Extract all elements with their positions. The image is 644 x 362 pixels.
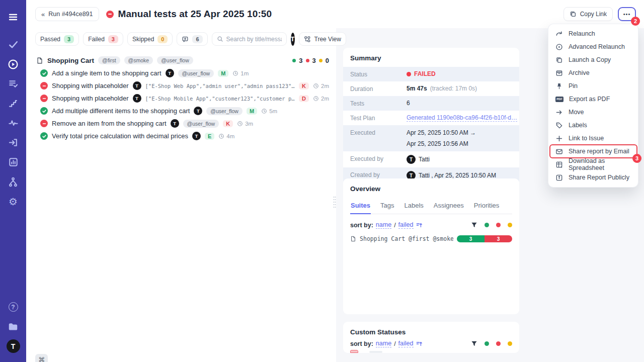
tests-check-icon[interactable] (3, 35, 23, 54)
suite-tag[interactable]: @smoke (124, 56, 153, 64)
filter-funnel-icon[interactable] (471, 222, 477, 228)
test-data-snippet: ["E-Shop Mobile App","customer123","cust… (145, 96, 295, 102)
suite-header[interactable]: Shopping Cart @first @smoke @user_flow 3… (26, 54, 336, 67)
annotation-step-2: 2 (631, 17, 640, 26)
toggle-skipped-dot[interactable] (508, 223, 512, 227)
key-badge: K (299, 82, 309, 89)
tag-pill[interactable]: @user_flow (206, 107, 243, 115)
toggle-passed-dot[interactable] (485, 223, 489, 227)
failed-icon (40, 95, 48, 102)
pane-resize-handle[interactable] (332, 195, 337, 209)
projects-folder-icon[interactable] (3, 317, 23, 336)
test-plans-icon[interactable] (3, 74, 23, 94)
help-icon[interactable]: ? (3, 297, 23, 317)
sort-by-name-link[interactable]: name (376, 340, 391, 347)
test-title: Add a single item to the shopping cart (52, 69, 162, 77)
sort-direction-icon[interactable] (416, 341, 422, 347)
toggle-skipped-dot[interactable] (508, 341, 512, 346)
duration: 3m (237, 121, 253, 127)
tab-priorities[interactable]: Priorities (473, 199, 500, 214)
user-avatar[interactable]: T (3, 336, 23, 356)
assignee-avatar: T (133, 81, 141, 90)
toggle-failed-dot[interactable] (496, 341, 501, 346)
test-title: Remove an item from the shopping cart (52, 120, 167, 127)
toggle-failed-dot[interactable] (496, 223, 501, 227)
menu-item-export-as-pdf[interactable]: PDF Export as PDF (548, 93, 638, 106)
status-badge: FAILED (407, 70, 436, 77)
settings-gear-icon[interactable]: ⚙ (3, 192, 23, 211)
hamburger-menu-icon[interactable] (3, 7, 23, 27)
summary-row-executed: Executed Apr 25, 2025 10:50 AM →Apr 25, … (343, 125, 519, 151)
toggle-passed-dot[interactable] (485, 341, 489, 346)
comment-plus-icon (182, 36, 189, 43)
runs-play-icon[interactable] (3, 54, 23, 74)
tag-pill[interactable]: @user_flow (183, 120, 219, 128)
import-icon[interactable] (3, 133, 23, 152)
sort-direction-icon[interactable] (416, 222, 422, 228)
menu-item-share-report-by-email[interactable]: Share report by Email 3 (548, 145, 638, 158)
link-issue-icon (555, 135, 563, 142)
suite-tag[interactable]: @user_flow (157, 56, 193, 64)
test-row[interactable]: Shopping with placeholder T ["E-Shop Mob… (26, 92, 336, 105)
menu-item-share-report-publicly[interactable]: Share Report Publicly (548, 171, 638, 184)
test-title: Shopping with placeholder (52, 82, 129, 89)
reports-chart-icon[interactable] (3, 152, 23, 172)
clock-icon (232, 70, 238, 76)
sort-by-failed-link[interactable]: failed (398, 340, 414, 347)
filter-comments[interactable]: 6 (177, 32, 207, 46)
tab-assignees[interactable]: Assignees (433, 199, 464, 214)
failed-icon (40, 82, 48, 89)
clock-icon (218, 133, 224, 139)
passed-segment: 3 (457, 235, 485, 242)
steps-icon[interactable] (3, 94, 23, 113)
test-data-snippet: ["E-Shop Web App","admin_user","admin_pa… (145, 83, 295, 89)
tag-pill[interactable]: @user_flow (178, 69, 214, 77)
suite-tag[interactable]: @first (98, 56, 120, 64)
analytics-pulse-icon[interactable] (3, 113, 23, 133)
menu-item-launch-a-copy[interactable]: Launch a Copy (548, 53, 638, 66)
tree-view-label: Tree View (314, 36, 341, 43)
assignee-avatar: T (133, 94, 141, 103)
back-label: Run #494ce891 (48, 11, 93, 18)
keyboard-shortcut-button[interactable]: ⌘ (35, 354, 48, 362)
tab-labels[interactable]: Labels (404, 199, 424, 214)
test-row[interactable]: Add a single item to the shopping cart T… (26, 67, 336, 79)
menu-item-labels[interactable]: Labels (548, 119, 638, 132)
results-bar[interactable]: 3 3 (457, 235, 512, 242)
passed-dot (292, 59, 296, 62)
key-badge: D (299, 95, 309, 102)
test-row[interactable]: Remove an item from the shopping cart T … (26, 117, 336, 130)
tab-suites[interactable]: Suites (350, 199, 371, 214)
filter-skipped[interactable]: Skipped 0 (127, 32, 173, 46)
test-row[interactable]: Add multiple different items to the shop… (26, 105, 336, 117)
back-to-run-button[interactable]: « Run #494ce891 (35, 7, 99, 21)
menu-item-link-to-issue[interactable]: Link to Issue (548, 132, 638, 145)
tab-tags[interactable]: Tags (380, 199, 394, 214)
test-row[interactable]: Verify total price calculation with deci… (26, 130, 336, 142)
branches-icon[interactable] (3, 172, 23, 192)
menu-item-relaunch[interactable]: Relaunch (548, 27, 638, 40)
copy-link-button[interactable]: Copy Link (564, 7, 613, 21)
assignee-filter-avatar[interactable]: T (291, 33, 295, 46)
sort-by-name-link[interactable]: name (376, 221, 391, 229)
filter-funnel-icon[interactable] (471, 340, 477, 347)
duration: 2m (313, 96, 329, 102)
menu-item-advanced-relaunch[interactable]: Advanced Relaunch (548, 40, 638, 53)
copy-icon (570, 11, 577, 18)
test-plan-link[interactable]: Generated 1190e08b-ca96-4f26-b10f-d6dc..… (407, 114, 517, 122)
duration: 1m (232, 70, 249, 76)
test-row[interactable]: Shopping with placeholder T ["E-Shop Web… (26, 79, 336, 92)
menu-item-move[interactable]: Move (548, 106, 638, 119)
tree-view-toggle[interactable]: Tree View (299, 32, 346, 46)
menu-item-pin[interactable]: Pin (548, 79, 638, 93)
search-input[interactable] (226, 36, 282, 43)
failed-icon (40, 120, 48, 127)
menu-item-archive[interactable]: Archive (548, 66, 638, 79)
suite-link[interactable]: Shopping Cart @first @smoke … (360, 235, 453, 242)
filter-failed[interactable]: Failed 3 (83, 32, 123, 46)
menu-item-download-as-spreadsheet[interactable]: Download as Spreadsheet (548, 158, 638, 171)
sort-by-failed-link[interactable]: failed (398, 221, 414, 229)
assignee-avatar: T (166, 69, 174, 77)
failed-segment: 3 (485, 235, 512, 242)
filter-passed[interactable]: Passed 3 (35, 32, 79, 46)
